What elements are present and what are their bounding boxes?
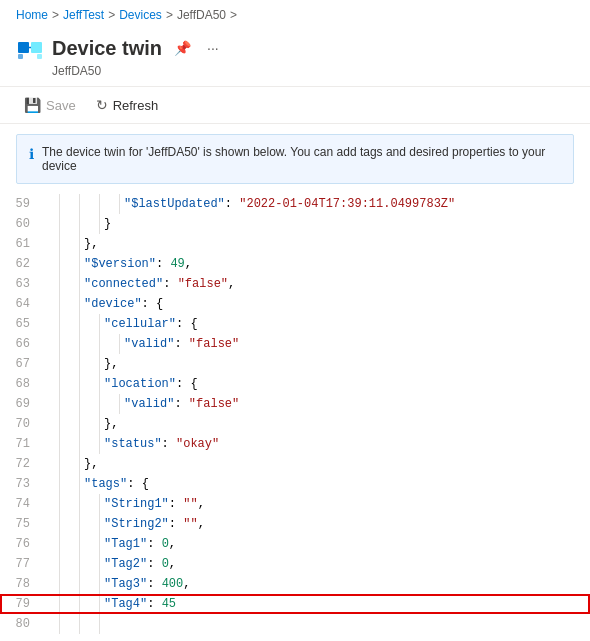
indent-guide xyxy=(60,454,80,474)
indent-guide xyxy=(40,374,60,394)
line-content: "Tag1": 0, xyxy=(100,534,176,554)
code-line: 76"Tag1": 0, xyxy=(0,534,590,554)
indent-guide xyxy=(40,394,60,414)
indent-guide xyxy=(40,214,60,234)
line-indent xyxy=(40,614,100,634)
line-number: 74 xyxy=(0,494,40,514)
line-indent xyxy=(40,214,100,234)
line-content: }, xyxy=(80,454,98,474)
indent-guide xyxy=(80,354,100,374)
indent-guide xyxy=(60,494,80,514)
line-number: 72 xyxy=(0,454,40,474)
line-number: 69 xyxy=(0,394,40,414)
indent-guide xyxy=(60,194,80,214)
line-number: 59 xyxy=(0,194,40,214)
line-indent xyxy=(40,514,100,534)
indent-guide xyxy=(60,394,80,414)
breadcrumb-home[interactable]: Home xyxy=(16,8,48,22)
indent-guide xyxy=(40,354,60,374)
line-indent xyxy=(40,434,100,454)
line-content: "String2": "", xyxy=(100,514,205,534)
breadcrumb-sep-4: > xyxy=(230,8,237,22)
line-indent xyxy=(40,554,100,574)
indent-guide xyxy=(60,254,80,274)
line-indent xyxy=(40,474,80,494)
line-content: "Tag2": 0, xyxy=(100,554,176,574)
indent-guide xyxy=(60,534,80,554)
line-indent xyxy=(40,274,80,294)
indent-guide xyxy=(60,354,80,374)
line-content: }, xyxy=(100,354,118,374)
indent-guide xyxy=(60,434,80,454)
line-indent xyxy=(40,574,100,594)
line-content: "valid": "false" xyxy=(120,394,239,414)
line-number: 63 xyxy=(0,274,40,294)
indent-guide xyxy=(80,534,100,554)
breadcrumb-sep-2: > xyxy=(108,8,115,22)
line-indent xyxy=(40,194,120,214)
line-indent xyxy=(40,334,120,354)
indent-guide xyxy=(40,234,60,254)
line-content: "Tag3": 400, xyxy=(100,574,190,594)
toolbar: 💾 Save ↻ Refresh xyxy=(0,87,590,124)
refresh-icon: ↻ xyxy=(96,97,108,113)
info-text: The device twin for 'JeffDA50' is shown … xyxy=(42,145,561,173)
line-content: }, xyxy=(80,234,98,254)
code-line: 66"valid": "false" xyxy=(0,334,590,354)
indent-guide xyxy=(40,414,60,434)
line-content: "device": { xyxy=(80,294,163,314)
line-indent xyxy=(40,414,100,434)
code-line: 71"status": "okay" xyxy=(0,434,590,454)
indent-guide xyxy=(80,574,100,594)
line-indent xyxy=(40,354,100,374)
breadcrumb-jefftest[interactable]: JeffTest xyxy=(63,8,104,22)
line-number: 60 xyxy=(0,214,40,234)
indent-guide xyxy=(40,434,60,454)
refresh-button[interactable]: ↻ Refresh xyxy=(88,93,167,117)
pin-icon[interactable]: 📌 xyxy=(170,38,195,58)
indent-guide xyxy=(60,294,80,314)
title-row: Device twin 📌 ··· xyxy=(16,34,574,62)
indent-guide xyxy=(40,294,60,314)
indent-guide xyxy=(80,214,100,234)
indent-guide xyxy=(40,574,60,594)
line-indent xyxy=(40,534,100,554)
indent-guide xyxy=(80,194,100,214)
indent-guide xyxy=(80,554,100,574)
indent-guide xyxy=(60,234,80,254)
indent-guide xyxy=(40,454,60,474)
indent-guide xyxy=(40,594,60,614)
indent-guide xyxy=(80,314,100,334)
line-indent xyxy=(40,594,100,614)
svg-rect-1 xyxy=(31,42,42,53)
indent-guide xyxy=(80,594,100,614)
line-number: 78 xyxy=(0,574,40,594)
code-line: 74"String1": "", xyxy=(0,494,590,514)
save-button[interactable]: 💾 Save xyxy=(16,93,84,117)
more-options-icon[interactable]: ··· xyxy=(203,38,223,58)
code-line: 77"Tag2": 0, xyxy=(0,554,590,574)
indent-guide xyxy=(60,474,80,494)
indent-guide xyxy=(40,334,60,354)
breadcrumb-sep-3: > xyxy=(166,8,173,22)
breadcrumb-devices[interactable]: Devices xyxy=(119,8,162,22)
indent-guide xyxy=(60,514,80,534)
indent-guide xyxy=(60,574,80,594)
indent-guide xyxy=(40,314,60,334)
page-title: Device twin xyxy=(52,37,162,60)
info-icon: ℹ xyxy=(29,146,34,162)
indent-guide xyxy=(60,594,80,614)
code-line: 80 xyxy=(0,614,590,634)
indent-guide xyxy=(40,474,60,494)
indent-guide xyxy=(60,314,80,334)
line-content: } xyxy=(100,214,111,234)
info-banner: ℹ The device twin for 'JeffDA50' is show… xyxy=(16,134,574,184)
breadcrumb-sep-1: > xyxy=(52,8,59,22)
code-line: 67}, xyxy=(0,354,590,374)
code-line: 63"connected": "false", xyxy=(0,274,590,294)
indent-guide xyxy=(100,194,120,214)
line-content: "tags": { xyxy=(80,474,149,494)
line-indent xyxy=(40,254,80,274)
line-content: "connected": "false", xyxy=(80,274,235,294)
line-content: "Tag4": 45 xyxy=(100,594,176,614)
